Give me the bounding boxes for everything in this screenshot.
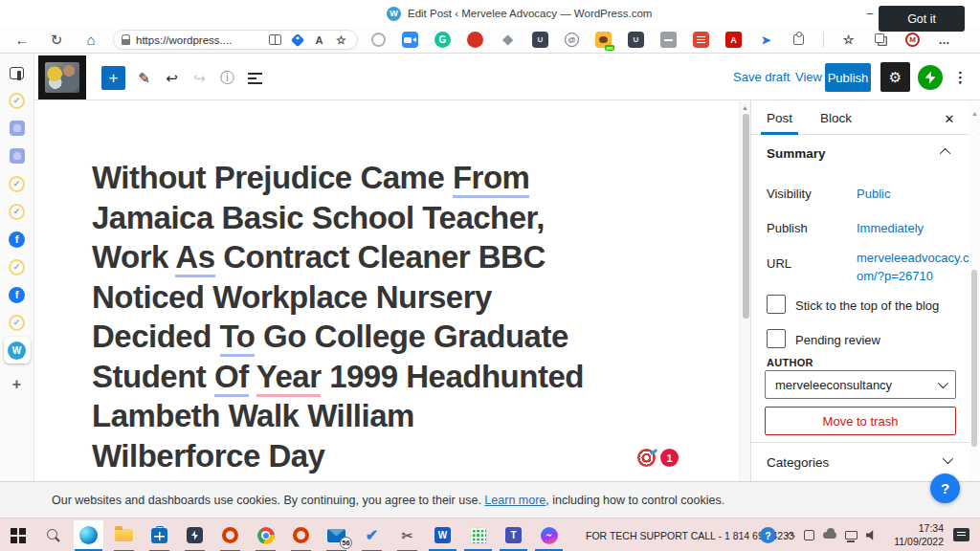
microsoft-store-icon[interactable] [142,518,177,551]
acrobat-extension-icon[interactable]: A [725,32,742,48]
search-button[interactable] [35,518,71,551]
publish-button[interactable]: Publish [825,63,871,92]
url-value[interactable]: merveleeadvocacy.com/?p=26710 [857,250,971,286]
edge-icon[interactable] [71,518,106,551]
add-block-button[interactable]: + [101,66,125,90]
collapse-summary-icon[interactable] [940,148,950,159]
todo-check-icon-slot[interactable]: ✓ [4,170,31,197]
teams-icon[interactable]: T [496,518,531,551]
start-button[interactable] [0,518,35,551]
mail-icon[interactable]: 56 [319,518,354,551]
panel-scrollbar-thumb[interactable] [971,270,977,447]
settings-gear-button[interactable]: ⚙ [880,62,910,92]
collections-icon[interactable] [873,32,889,48]
back-button[interactable]: ← [10,27,34,53]
sidebar-panel-icon[interactable] [10,67,24,79]
tab-post[interactable]: Post [767,100,792,135]
todo-check-icon[interactable]: ✓ [9,176,25,192]
undo-icon[interactable]: ↩ [160,66,184,90]
chrome-icon[interactable] [248,518,283,551]
visibility-value[interactable]: Public [857,187,890,201]
close-panel-icon[interactable]: ✕ [941,110,958,127]
clock[interactable]: 17:34 11/09/2022 [884,518,944,551]
site-logo[interactable] [38,55,86,99]
people-app-icon[interactable] [10,121,25,136]
snipping-tool-icon[interactable]: ✂ [390,518,425,551]
generic-extension-icon[interactable] [371,33,386,47]
people-app-icon-slot[interactable] [4,143,31,169]
edit-mode-icon[interactable]: ✎ [132,66,156,90]
todo-check-icon-slot[interactable]: ✓ [4,198,31,225]
todo-check-icon-slot[interactable]: ✓ [4,87,31,114]
add-sidebar-item-icon[interactable]: + [9,377,25,393]
network-icon[interactable] [845,531,858,540]
categories-heading[interactable]: Categories [767,455,829,470]
expand-categories-icon[interactable] [943,453,953,464]
people-app-icon-slot[interactable] [4,115,31,142]
panel-scrollbar[interactable]: ▲ [969,102,979,481]
shopping-icon[interactable] [289,32,305,48]
scroll-up-icon[interactable]: ▲ [742,104,748,111]
notification-center-icon[interactable] [953,528,969,541]
todo-check-icon[interactable]: ✓ [9,315,25,331]
extensions-menu-icon[interactable] [791,32,807,48]
honey-extension-icon[interactable] [595,32,612,48]
wordpress-icon-slot[interactable]: W [4,337,31,364]
add-favorite-icon[interactable]: ☆ [333,32,349,48]
got-it-button[interactable]: Got it [879,6,965,32]
move-to-trash-button[interactable]: Move to trash [765,407,956,435]
facebook-icon[interactable]: f [9,287,25,303]
facebook-icon[interactable]: f [9,231,25,248]
sidebar-panel-icon-slot[interactable] [4,59,31,86]
onedrive-icon[interactable] [823,532,836,539]
dev-app-icon[interactable] [177,518,212,551]
todo-check-icon-slot[interactable]: ✓ [4,253,31,280]
profile-avatar[interactable]: M [905,33,920,47]
scrollbar-thumb[interactable] [743,114,749,319]
wallet-extension-icon[interactable] [660,32,677,48]
list-view-icon[interactable] [243,66,267,90]
learn-more-link[interactable]: Learn more [484,494,546,507]
redo-icon[interactable]: ↪ [188,66,212,90]
office-icon[interactable] [212,518,248,551]
target-annotation-icon[interactable] [637,449,656,467]
author-select[interactable]: merveleeconsultancy [765,370,956,399]
publish-value[interactable]: Immediately [857,221,924,235]
grid-app-icon[interactable] [460,518,496,551]
people-app-icon[interactable] [10,148,25,164]
messenger-icon[interactable] [531,518,567,551]
refresh-button[interactable]: ↻ [44,27,69,53]
stick-to-top-checkbox[interactable] [767,295,786,314]
home-button[interactable]: ⌂ [78,27,103,53]
adblock-extension-icon[interactable] [467,32,483,48]
word-icon[interactable]: W [425,518,460,551]
options-menu-button[interactable]: ⋮ [948,65,972,89]
jetpack-icon[interactable] [918,65,943,90]
quill-extension-icon[interactable]: ➤ [758,32,774,48]
post-title[interactable]: Without Prejudice Came FromJamaica Basic… [92,158,584,475]
content-scrollbar[interactable]: ▲ [739,101,750,481]
shield-extension-icon[interactable]: U [532,32,548,48]
split-screen-icon[interactable] [267,32,283,48]
todo-check-icon[interactable]: ✓ [9,93,25,109]
zoom-extension-icon[interactable] [402,32,418,48]
view-button[interactable]: View [795,70,822,84]
panel-scroll-up-icon[interactable]: ▲ [971,110,978,117]
todo-check-icon-slot[interactable]: ✓ [4,309,31,336]
todoist-extension-icon[interactable] [693,32,709,48]
taskbar-help-icon[interactable]: ? [760,527,776,543]
tab-block[interactable]: Block [820,100,852,135]
details-icon[interactable]: ⓘ [215,66,239,90]
file-explorer-icon[interactable] [106,518,142,551]
facebook-icon-slot[interactable]: f [4,226,31,253]
todo-check-app-icon[interactable]: ✔ [354,518,390,551]
todo-check-icon[interactable]: ✓ [9,259,25,276]
wordpress-icon[interactable]: W [8,342,26,360]
editor-canvas[interactable]: Without Prejudice Came FromJamaica Basic… [34,100,739,481]
todo-check-icon[interactable]: ✓ [9,204,25,220]
read-aloud-icon[interactable]: A [311,32,327,48]
add-sidebar-item-icon-slot[interactable]: + [4,371,31,398]
device-tray-icon[interactable] [804,530,814,540]
annotation-count-badge[interactable]: 1 [660,449,679,467]
dropbox-extension-icon[interactable]: ❖ [500,32,516,48]
